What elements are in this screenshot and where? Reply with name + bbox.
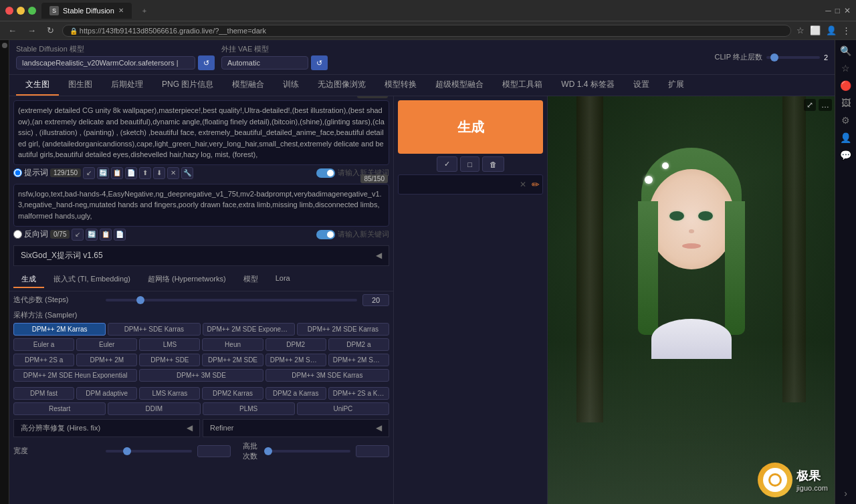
- sampler-dpm2m-karras[interactable]: DPM++ 2M Karras: [13, 323, 106, 336]
- checkmark-btn[interactable]: ✓: [437, 156, 457, 172]
- sampler-dpm2a-karras[interactable]: DPM2 a Karras: [265, 387, 326, 400]
- sub-tab-generate[interactable]: 生成: [13, 271, 44, 288]
- vae-select[interactable]: Automatic: [221, 56, 308, 70]
- back-btn[interactable]: ←: [5, 24, 19, 37]
- sidebar-icon-3[interactable]: 🔴: [840, 80, 851, 91]
- batch-count-slider[interactable]: [264, 450, 350, 453]
- sampler-lms[interactable]: LMS: [139, 338, 200, 351]
- sidebar-icon-4[interactable]: 🖼: [841, 98, 851, 108]
- positive-toggle[interactable]: [316, 168, 335, 178]
- sampler-dpm2msde-heun[interactable]: DPM++ 2M SDE Heun: [265, 354, 326, 366]
- extra-pen-btn[interactable]: ✏: [532, 179, 540, 190]
- vae-select-wrapper[interactable]: Automatic: [221, 56, 308, 70]
- positive-icon-4[interactable]: 📄: [125, 167, 137, 179]
- positive-icon-6[interactable]: ⬇: [153, 167, 165, 179]
- output-expand-btn[interactable]: ⤢: [804, 99, 816, 111]
- sampler-dpm2msde-exp[interactable]: DPM++ 2M SDE Exponential: [203, 323, 295, 336]
- positive-icon-2[interactable]: 🔄: [97, 167, 109, 179]
- negative-prompt-text[interactable]: nsfw,logo,text,bad-hands-4,EasyNegative,…: [18, 188, 385, 222]
- close-btn[interactable]: ✕: [844, 6, 851, 15]
- new-tab-btn[interactable]: +: [134, 3, 154, 19]
- sampler-dpm-fast[interactable]: DPM fast: [13, 387, 74, 400]
- tab-super-merge[interactable]: 超级模型融合: [426, 75, 493, 96]
- positive-icon-7[interactable]: ✕: [167, 167, 179, 179]
- maximize-btn[interactable]: □: [835, 6, 840, 15]
- sampler-dpm3msde[interactable]: DPM++ 3M SDE: [139, 369, 263, 382]
- sidebar-icon-1[interactable]: 🔍: [840, 45, 851, 56]
- sampler-dpm25a[interactable]: DPM++ 2S a: [13, 354, 74, 366]
- sampler-ddim[interactable]: DDIM: [108, 402, 200, 415]
- output-more-btn[interactable]: …: [819, 99, 832, 111]
- positive-prompt-text[interactable]: (extremely detailed CG unity 8k wallpape…: [18, 105, 385, 160]
- steps-value-input[interactable]: [362, 294, 389, 306]
- negative-icon-1[interactable]: ↙: [72, 229, 84, 241]
- minimize-btn[interactable]: ─: [825, 6, 831, 15]
- address-bar[interactable]: 🔒 https://143fb91413d85066616.gradio.liv…: [62, 25, 791, 37]
- vae-refresh-btn[interactable]: ↺: [311, 55, 328, 70]
- tab-model-merge[interactable]: 模型融合: [223, 75, 274, 96]
- sampler-restart[interactable]: Restart: [13, 402, 106, 415]
- tab-wd-tagger[interactable]: WD 1.4 标签器: [552, 75, 623, 96]
- extensions-icon[interactable]: ⬜: [810, 25, 821, 35]
- tab-extensions[interactable]: 扩展: [659, 75, 693, 96]
- clip-slider[interactable]: [766, 56, 820, 59]
- sampler-dpm-adaptive[interactable]: DPM adaptive: [76, 387, 137, 400]
- sub-tab-hypernetworks[interactable]: 超网络 (Hypernetworks): [140, 271, 234, 288]
- accordion-header[interactable]: SixGod_X提示词 v1.65 ◀: [13, 245, 389, 266]
- sampler-dpm3msde-karras[interactable]: DPM++ 3M SDE Karras: [265, 369, 389, 382]
- sampler-plms[interactable]: PLMS: [203, 402, 295, 415]
- model-select[interactable]: landscapeRealistic_v20WarmColor.safeters…: [16, 56, 195, 70]
- sub-tab-lora[interactable]: Lora: [268, 271, 298, 288]
- positive-icon-1[interactable]: ↙: [83, 167, 95, 179]
- window-min-btn[interactable]: [17, 7, 25, 15]
- sub-tab-models[interactable]: 模型: [235, 271, 266, 288]
- tab-model-convert[interactable]: 模型转换: [375, 75, 426, 96]
- sampler-heun[interactable]: Heun: [202, 338, 263, 351]
- sampler-dpmsde-karras[interactable]: DPM++ SDE Karras: [108, 323, 200, 336]
- tab-postprocess[interactable]: 后期处理: [102, 75, 152, 96]
- sampler-euler[interactable]: Euler: [76, 338, 137, 351]
- sidebar-icon-7[interactable]: 💬: [840, 150, 851, 160]
- sampler-dpmsde[interactable]: DPM++ SDE: [139, 354, 200, 366]
- sidebar-icon-2[interactable]: ☆: [841, 63, 850, 74]
- sampler-dpm2msde-karras[interactable]: DPM++ 2M SDE Karras: [297, 323, 389, 336]
- refiner-header[interactable]: Refiner ◀: [203, 419, 389, 437]
- width-slider[interactable]: [106, 450, 192, 453]
- browser-tab-stable-diffusion[interactable]: S Stable Diffusion ✕: [41, 3, 132, 19]
- sampler-dpm2a[interactable]: DPM2 a: [328, 338, 389, 351]
- tab-settings[interactable]: 设置: [624, 75, 659, 96]
- sampler-dpm2-karras[interactable]: DPM2 Karras: [202, 387, 263, 400]
- window-close-btn[interactable]: [5, 7, 13, 15]
- delete-btn[interactable]: 🗑: [482, 156, 504, 172]
- negative-radio[interactable]: [13, 230, 22, 239]
- sidebar-icon-5[interactable]: ⚙: [841, 115, 850, 126]
- sampler-dpm2msde[interactable]: DPM++ 2M SDE: [202, 354, 263, 366]
- extra-close-btn[interactable]: ✕: [520, 180, 526, 189]
- positive-icon-3[interactable]: 📋: [111, 167, 123, 179]
- star-icon[interactable]: ☆: [796, 25, 805, 35]
- width-value[interactable]: 512: [197, 445, 231, 457]
- sampler-euler-a[interactable]: Euler a: [13, 338, 74, 351]
- sampler-dpm2[interactable]: DPM2: [265, 338, 326, 351]
- sampler-dpm2msde-heun-exp[interactable]: DPM++ 2M SDE Heun Exponential: [13, 369, 137, 382]
- refresh-btn[interactable]: ↻: [44, 24, 57, 37]
- sidebar-icon-arrow[interactable]: ›: [844, 488, 847, 499]
- negative-icon-4[interactable]: 📄: [114, 229, 126, 241]
- negative-icon-3[interactable]: 📋: [100, 229, 112, 241]
- square-btn[interactable]: □: [460, 156, 479, 172]
- sub-tab-embedding[interactable]: 嵌入式 (TI, Embedding): [45, 271, 138, 288]
- negative-toggle[interactable]: [316, 230, 335, 239]
- negative-icon-2[interactable]: 🔄: [86, 229, 98, 241]
- account-icon[interactable]: 👤: [826, 25, 837, 35]
- sampler-unipc[interactable]: UniPC: [297, 402, 389, 415]
- window-max-btn[interactable]: [28, 7, 36, 15]
- tab-model-tools[interactable]: 模型工具箱: [493, 75, 552, 96]
- tab-train[interactable]: 训练: [274, 75, 308, 96]
- sampler-dpm25a-karras[interactable]: DPM++ 2S a Karras: [328, 387, 389, 400]
- sidebar-icon-6[interactable]: 👤: [840, 132, 851, 143]
- sampler-dpm2msde-heun-karras[interactable]: DPM++ 2M SDE Heun Karras: [328, 354, 389, 366]
- tab-txt2img[interactable]: 文生图: [16, 75, 59, 96]
- hires-fix-header[interactable]: 高分辨率修复 (Hires. fix) ◀: [13, 419, 200, 437]
- tab-close-btn[interactable]: ✕: [118, 7, 124, 14]
- batch-count-value[interactable]: 1: [356, 445, 389, 457]
